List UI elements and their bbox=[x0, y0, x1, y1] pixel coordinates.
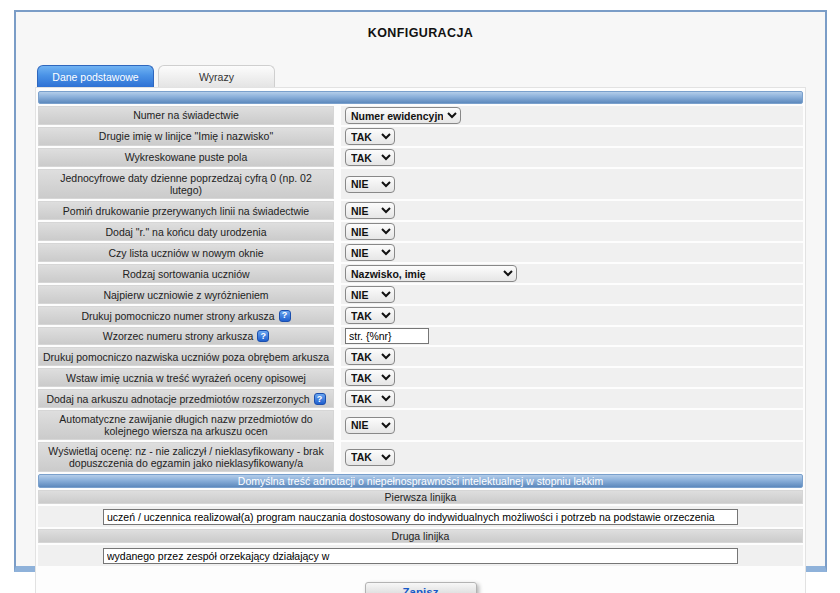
setting-select[interactable]: NIE bbox=[345, 176, 395, 193]
setting-select[interactable]: TAK bbox=[345, 348, 395, 365]
config-window: KONFIGURACJA Dane podstawowe Wyrazy Nume… bbox=[14, 10, 827, 572]
setting-label-text: Drugie imię w linijce "Imię i nazwisko" bbox=[99, 130, 273, 142]
setting-value: NIE bbox=[341, 201, 803, 220]
setting-value: NIE bbox=[341, 222, 803, 241]
setting-label-text: Drukuj pomocniczo numer strony arkusza bbox=[81, 310, 274, 322]
annotation-line-row bbox=[38, 506, 803, 527]
setting-label-text: Wyświetlaj ocenę: nz - nie zaliczył / ni… bbox=[43, 445, 329, 469]
setting-select[interactable]: TAK bbox=[345, 369, 395, 386]
settings-table: Numer na świadectwieNumer ewidencyjnyDru… bbox=[38, 106, 803, 472]
setting-label: Wzorzec numeru strony arkusza? bbox=[38, 327, 334, 345]
tab-bar: Dane podstawowe Wyrazy bbox=[37, 65, 825, 87]
setting-label: Drukuj pomocniczo nazwiska uczniów poza … bbox=[38, 347, 334, 366]
setting-value: TAK bbox=[341, 389, 803, 408]
setting-label: Wyświetlaj ocenę: nz - nie zaliczył / ni… bbox=[38, 442, 334, 472]
setting-label: Czy lista uczniów w nowym oknie bbox=[38, 243, 334, 262]
button-row: Zapisz bbox=[38, 582, 803, 593]
setting-label: Rodzaj sortowania uczniów bbox=[38, 264, 334, 283]
setting-label-text: Automatyczne zawijanie długich nazw prze… bbox=[43, 413, 329, 437]
tab-wyrazy[interactable]: Wyrazy bbox=[158, 65, 275, 87]
setting-label: Dodaj "r." na końcu daty urodzenia bbox=[38, 222, 334, 241]
tab-label: Wyrazy bbox=[199, 71, 234, 83]
setting-label: Wykreskowane puste pola bbox=[38, 148, 334, 167]
help-icon[interactable]: ? bbox=[257, 330, 269, 342]
setting-label: Najpierw uczniowie z wyróżnieniem bbox=[38, 285, 334, 304]
annotation-line-input[interactable] bbox=[103, 509, 738, 525]
setting-row: Automatyczne zawijanie długich nazw prze… bbox=[38, 410, 803, 440]
annotation-fields: Pierwsza linijkaDruga linijka bbox=[38, 490, 803, 566]
annotation-line-label: Druga linijka bbox=[38, 529, 803, 543]
tab-dane-podstawowe[interactable]: Dane podstawowe bbox=[37, 65, 154, 87]
setting-row: Wstaw imię ucznia w treść wyrażeń oceny … bbox=[38, 368, 803, 387]
setting-label: Dodaj na arkuszu adnotacje przedmiotów r… bbox=[38, 389, 334, 408]
setting-select[interactable]: NIE bbox=[345, 244, 395, 261]
setting-label-text: Dodaj "r." na końcu daty urodzenia bbox=[106, 226, 267, 238]
setting-label-text: Wzorzec numeru strony arkusza bbox=[103, 330, 254, 342]
setting-select[interactable]: TAK bbox=[345, 307, 395, 324]
setting-row: Rodzaj sortowania uczniówNazwisko, imię bbox=[38, 264, 803, 283]
setting-row: Dodaj "r." na końcu daty urodzeniaNIE bbox=[38, 222, 803, 241]
setting-label-text: Pomiń drukowanie przerywanych linii na ś… bbox=[63, 205, 309, 217]
help-icon[interactable]: ? bbox=[279, 310, 291, 322]
setting-row: Numer na świadectwieNumer ewidencyjny bbox=[38, 106, 803, 125]
setting-label-text: Najpierw uczniowie z wyróżnieniem bbox=[103, 289, 268, 301]
setting-select[interactable]: NIE bbox=[345, 202, 395, 219]
setting-label: Pomiń drukowanie przerywanych linii na ś… bbox=[38, 201, 334, 220]
setting-label: Jednocyfrowe daty dzienne poprzedzaj cyf… bbox=[38, 169, 334, 199]
setting-value: NIE bbox=[341, 410, 803, 440]
annotation-line-input[interactable] bbox=[103, 548, 738, 564]
setting-select[interactable]: TAK bbox=[345, 449, 395, 466]
annotation-section-header: Domyślna treść adnotacji o niepełnospraw… bbox=[38, 474, 803, 488]
setting-value: Nazwisko, imię bbox=[341, 264, 803, 283]
setting-value: NIE bbox=[341, 169, 803, 199]
annotation-section-title: Domyślna treść adnotacji o niepełnospraw… bbox=[238, 475, 603, 487]
setting-value: NIE bbox=[341, 285, 803, 304]
table-header-bar bbox=[38, 91, 803, 104]
annotation-line-row bbox=[38, 545, 803, 566]
setting-select[interactable]: Nazwisko, imię bbox=[345, 265, 517, 282]
page-title: KONFIGURACJA bbox=[16, 12, 825, 40]
setting-label-text: Rodzaj sortowania uczniów bbox=[122, 268, 249, 280]
setting-value: TAK bbox=[341, 148, 803, 167]
setting-row: Najpierw uczniowie z wyróżnieniemNIE bbox=[38, 285, 803, 304]
setting-label-text: Wykreskowane puste pola bbox=[125, 151, 247, 163]
setting-value: NIE bbox=[341, 243, 803, 262]
setting-row: Czy lista uczniów w nowym oknieNIE bbox=[38, 243, 803, 262]
setting-value: TAK bbox=[341, 442, 803, 472]
setting-label: Automatyczne zawijanie długich nazw prze… bbox=[38, 410, 334, 440]
setting-label-text: Jednocyfrowe daty dzienne poprzedzaj cyf… bbox=[43, 172, 329, 196]
setting-label-text: Wstaw imię ucznia w treść wyrażeń oceny … bbox=[66, 372, 306, 384]
help-icon[interactable]: ? bbox=[314, 393, 326, 405]
setting-row: Pomiń drukowanie przerywanych linii na ś… bbox=[38, 201, 803, 220]
setting-value: TAK bbox=[341, 347, 803, 366]
setting-select[interactable]: NIE bbox=[345, 286, 395, 303]
setting-value: TAK bbox=[341, 127, 803, 146]
setting-value bbox=[341, 327, 803, 345]
setting-select[interactable]: NIE bbox=[345, 223, 395, 240]
setting-label: Wstaw imię ucznia w treść wyrażeń oceny … bbox=[38, 368, 334, 387]
setting-value: TAK bbox=[341, 306, 803, 325]
setting-row: Wzorzec numeru strony arkusza? bbox=[38, 327, 803, 345]
setting-select[interactable]: Numer ewidencyjny bbox=[345, 107, 461, 124]
page-number-pattern-input[interactable] bbox=[345, 328, 429, 344]
setting-row: Dodaj na arkuszu adnotacje przedmiotów r… bbox=[38, 389, 803, 408]
setting-label-text: Numer na świadectwie bbox=[133, 109, 239, 121]
setting-label: Numer na świadectwie bbox=[38, 106, 334, 125]
setting-row: Drugie imię w linijce "Imię i nazwisko"T… bbox=[38, 127, 803, 146]
setting-value: TAK bbox=[341, 368, 803, 387]
setting-row: Wyświetlaj ocenę: nz - nie zaliczył / ni… bbox=[38, 442, 803, 472]
setting-select[interactable]: NIE bbox=[345, 417, 395, 434]
setting-label-text: Dodaj na arkuszu adnotacje przedmiotów r… bbox=[46, 393, 309, 405]
setting-select[interactable]: TAK bbox=[345, 149, 395, 166]
setting-row: Drukuj pomocniczo numer strony arkusza?T… bbox=[38, 306, 803, 325]
settings-panel: Numer na świadectwieNumer ewidencyjnyDru… bbox=[35, 87, 806, 593]
tab-label: Dane podstawowe bbox=[52, 71, 138, 83]
setting-value: Numer ewidencyjny bbox=[341, 106, 803, 125]
setting-row: Jednocyfrowe daty dzienne poprzedzaj cyf… bbox=[38, 169, 803, 199]
setting-select[interactable]: TAK bbox=[345, 128, 395, 145]
setting-select[interactable]: TAK bbox=[345, 390, 395, 407]
save-button[interactable]: Zapisz bbox=[365, 582, 477, 593]
setting-label-text: Drukuj pomocniczo nazwiska uczniów poza … bbox=[43, 351, 329, 363]
setting-label-text: Czy lista uczniów w nowym oknie bbox=[108, 247, 263, 259]
annotation-line-label: Pierwsza linijka bbox=[38, 490, 803, 504]
